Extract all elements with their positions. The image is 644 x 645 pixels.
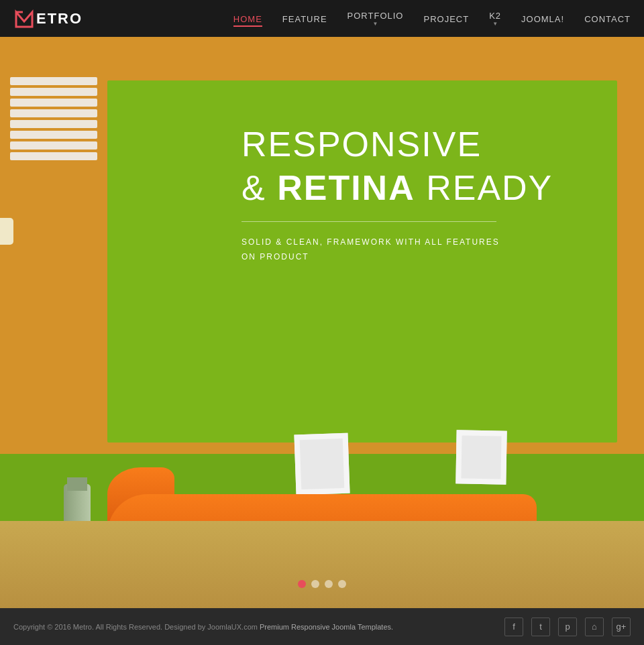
social-pinterest[interactable]: p (558, 618, 577, 636)
nav-link-contact[interactable]: CONTACT (584, 14, 631, 24)
nav-link-project[interactable]: PROJECT (423, 14, 469, 24)
hero-content: RESPONSIVE & RETINA READY SOLID & CLEAN,… (241, 124, 553, 264)
logo-text: ETRO (36, 10, 83, 27)
hero-title-bold: RETINA (277, 168, 415, 207)
navbar: ETRO HOME FEATURE PORTFOLIO ▼ PROJECT K2… (0, 0, 644, 37)
nav-item-home[interactable]: HOME (233, 13, 262, 25)
nav-link-home[interactable]: HOME (233, 14, 262, 27)
hero-title-suffix: READY (415, 168, 553, 207)
shelf-slat (10, 120, 97, 128)
vase-neck (67, 477, 87, 491)
hero-subtitle: SOLID & CLEAN, FRAMEWORK WITH ALL FEATUR… (241, 235, 553, 264)
nav-item-contact[interactable]: CONTACT (584, 13, 631, 25)
logo[interactable]: ETRO (13, 8, 83, 30)
nav-item-feature[interactable]: FEATURE (282, 13, 327, 25)
nav-item-k2[interactable]: K2 ▼ (489, 11, 501, 27)
slider-dot-3[interactable] (325, 580, 333, 588)
hero-subtitle-line1: SOLID & CLEAN, FRAMEWORK WITH ALL FEATUR… (241, 235, 553, 250)
slider-dot-1[interactable] (298, 580, 306, 588)
logo-icon (13, 8, 35, 30)
shelf-slat (10, 109, 97, 117)
social-rss[interactable]: ⌂ (585, 618, 604, 636)
nav-link-portfolio[interactable]: PORTFOLIO (347, 11, 404, 21)
facebook-icon: f (513, 622, 515, 632)
hero-title-prefix: & (241, 168, 277, 207)
nav-link-k2[interactable]: K2 (489, 11, 501, 21)
hero-divider (241, 221, 496, 222)
slider-dot-2[interactable] (311, 580, 319, 588)
hero-title-line2: & RETINA READY (241, 168, 553, 208)
shelf-slat (10, 141, 97, 150)
social-googleplus[interactable]: g+ (612, 618, 631, 636)
nav-item-portfolio[interactable]: PORTFOLIO ▼ (347, 11, 404, 27)
shelf-slat (10, 88, 97, 96)
k2-dropdown-arrow: ▼ (492, 21, 498, 27)
googleplus-icon: g+ (616, 622, 627, 632)
svg-marker-0 (16, 12, 32, 27)
footer-link[interactable]: Premium Responsive Joomla Templates. (260, 623, 393, 631)
shelf-slat (10, 99, 97, 107)
nav-menu: HOME FEATURE PORTFOLIO ▼ PROJECT K2 ▼ JO… (233, 11, 631, 27)
twitter-icon: t (539, 622, 542, 632)
pinterest-icon: p (565, 622, 570, 632)
portfolio-dropdown-arrow: ▼ (373, 21, 378, 27)
nav-item-project[interactable]: PROJECT (423, 13, 469, 25)
social-twitter[interactable]: t (531, 618, 550, 636)
hero-section: RESPONSIVE & RETINA READY SOLID & CLEAN,… (0, 37, 644, 608)
shelf-slat (10, 77, 97, 85)
slider-dot-4[interactable] (338, 580, 346, 588)
shelf-slat (10, 152, 97, 160)
hero-title-line1: RESPONSIVE (241, 124, 553, 164)
slider-dots (298, 580, 346, 588)
nav-link-joomla[interactable]: JOOMLA! (521, 14, 564, 24)
shelf-slat (10, 131, 97, 139)
shelf-slats (10, 77, 97, 160)
rss-icon: ⌂ (592, 622, 597, 632)
floor-decoration (0, 521, 644, 608)
wall-lamp (0, 218, 13, 245)
footer: Copyright © 2016 Metro. All Rights Reser… (0, 608, 644, 645)
nav-link-feature[interactable]: FEATURE (282, 14, 327, 24)
social-facebook[interactable]: f (504, 618, 523, 636)
footer-copyright: Copyright © 2016 Metro. All Rights Reser… (13, 623, 393, 631)
nav-item-joomla[interactable]: JOOMLA! (521, 13, 564, 25)
bookshelf-decoration (10, 77, 97, 160)
footer-social: f t p ⌂ g+ (504, 618, 631, 636)
hero-subtitle-line2: ON PRODUCT (241, 250, 553, 265)
footer-copyright-text: Copyright © 2016 Metro. All Rights Reser… (13, 623, 260, 631)
